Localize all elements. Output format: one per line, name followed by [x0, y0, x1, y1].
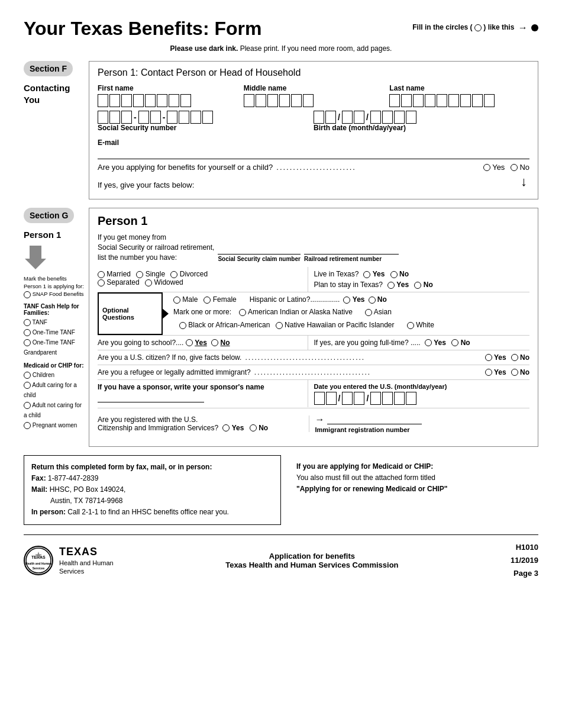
divorced-radio[interactable]: Divorced [170, 270, 208, 278]
ssn-box[interactable] [167, 111, 177, 124]
date-box[interactable] [342, 392, 353, 405]
aian-radio[interactable]: American Indian or Alaska Native [239, 308, 352, 316]
hispanic-yes[interactable]: Yes [343, 295, 364, 304]
refugee-yes-radio[interactable]: Yes [485, 368, 506, 376]
widowed-radio[interactable]: Widowed [145, 278, 183, 286]
date-box[interactable] [314, 392, 325, 405]
char-box[interactable] [460, 94, 471, 107]
medicaid-option-2[interactable]: Adult caring for a child [24, 382, 77, 398]
sponsor-input[interactable] [98, 393, 204, 402]
dob-box[interactable] [406, 111, 416, 124]
immigration-yes-radio[interactable]: Yes [222, 424, 244, 432]
q1-yes-label[interactable]: Yes [483, 163, 505, 172]
tanf-option-2[interactable]: One-Time TANF [24, 329, 75, 336]
school-no-radio[interactable]: No [211, 339, 230, 347]
citizen-no-radio[interactable]: No [511, 353, 529, 362]
date-box[interactable] [406, 392, 416, 405]
q1-no-circle[interactable] [511, 164, 518, 171]
char-box[interactable] [121, 94, 132, 107]
immigration-reg-input[interactable] [327, 415, 422, 424]
char-box[interactable] [472, 94, 483, 107]
ssn-box[interactable] [138, 111, 149, 124]
char-box[interactable] [425, 94, 435, 107]
ssn-box[interactable] [190, 111, 201, 124]
stay-yes-radio[interactable]: Yes [387, 281, 409, 289]
baa-radio[interactable]: Black or African-American [179, 321, 270, 329]
single-radio[interactable]: Single [136, 270, 165, 278]
char-box[interactable] [291, 94, 302, 107]
ssn-box[interactable] [179, 111, 189, 124]
char-box[interactable] [413, 94, 424, 107]
char-box[interactable] [484, 94, 495, 107]
live-yes-radio[interactable]: Yes [363, 270, 385, 278]
char-box[interactable] [279, 94, 290, 107]
medicaid-option-3[interactable]: Adult not caring for a child [24, 402, 82, 418]
stay-no-radio[interactable]: No [414, 281, 432, 289]
char-box[interactable] [109, 94, 120, 107]
date-box[interactable] [326, 392, 337, 405]
char-box[interactable] [180, 94, 191, 107]
snap-circle[interactable] [24, 291, 31, 298]
char-box[interactable] [98, 94, 108, 107]
rr-number-input[interactable] [304, 245, 399, 255]
immigration-right: → Immigrant registration number [309, 411, 530, 436]
ssn-box[interactable] [98, 111, 108, 124]
white-radio[interactable]: White [407, 321, 434, 329]
section-f-label: Section F [24, 61, 73, 76]
date-box[interactable] [382, 392, 393, 405]
immigration-no-radio[interactable]: No [250, 424, 268, 432]
char-box[interactable] [303, 94, 314, 107]
mail-address: HHSC, PO Box 149024, [50, 485, 126, 494]
tanf-option-3[interactable]: One-Time TANF Grandparent [24, 339, 75, 356]
char-box[interactable] [448, 94, 459, 107]
school-yes-radio[interactable]: Yes [186, 339, 207, 347]
char-box[interactable] [437, 94, 447, 107]
school-row: Are you going to school?.... Yes No If y… [98, 336, 529, 350]
char-box[interactable] [133, 94, 144, 107]
char-box[interactable] [145, 94, 156, 107]
date-box[interactable] [354, 392, 364, 405]
char-box[interactable] [267, 94, 278, 107]
dob-box[interactable] [314, 111, 324, 124]
live-no-radio[interactable]: No [390, 270, 409, 278]
date-box[interactable] [370, 392, 381, 405]
medicaid-option-4[interactable]: Pregnant women [24, 422, 77, 429]
date-box[interactable] [394, 392, 405, 405]
medicaid-option-1[interactable]: Children [24, 372, 54, 378]
char-box[interactable] [389, 94, 400, 107]
hispanic-no[interactable]: No [369, 295, 387, 304]
char-box[interactable] [169, 94, 179, 107]
ss-claim-input[interactable] [218, 245, 301, 255]
hispanic-text: Hispanic or Latino?............... [250, 295, 340, 304]
fulltime-no-radio[interactable]: No [451, 339, 470, 347]
q1-no-label[interactable]: No [511, 163, 529, 172]
section-f-row: Section F Contacting You Person 1: Conta… [24, 61, 538, 199]
dob-box[interactable] [325, 111, 336, 124]
fulltime-yes-radio[interactable]: Yes [425, 339, 446, 347]
nhpi-radio[interactable]: Native Hawaiian or Pacific Islander [276, 321, 395, 329]
snap-label[interactable]: SNAP Food Benefits [24, 291, 84, 297]
ssn-box[interactable] [202, 111, 213, 124]
dob-box[interactable] [342, 111, 353, 124]
ssn-box[interactable] [150, 111, 161, 124]
refugee-no-radio[interactable]: No [511, 368, 529, 376]
char-box[interactable] [401, 94, 412, 107]
dob-box[interactable] [394, 111, 405, 124]
q1-yes-circle[interactable] [483, 164, 490, 171]
citizen-yes-radio[interactable]: Yes [485, 353, 506, 362]
married-radio[interactable]: Married [98, 270, 131, 278]
dob-box[interactable] [370, 111, 381, 124]
male-radio[interactable]: Male [173, 295, 198, 304]
asian-radio[interactable]: Asian [365, 308, 392, 316]
char-box[interactable] [244, 94, 254, 107]
female-radio[interactable]: Female [204, 295, 236, 304]
ssn-box[interactable] [121, 111, 132, 124]
separated-radio[interactable]: Separated [98, 278, 140, 286]
email-input[interactable] [98, 149, 529, 157]
tanf-option-1[interactable]: TANF [24, 319, 47, 326]
dob-box[interactable] [382, 111, 393, 124]
char-box[interactable] [256, 94, 266, 107]
char-box[interactable] [157, 94, 167, 107]
dob-box[interactable] [354, 111, 364, 124]
ssn-box[interactable] [109, 111, 120, 124]
